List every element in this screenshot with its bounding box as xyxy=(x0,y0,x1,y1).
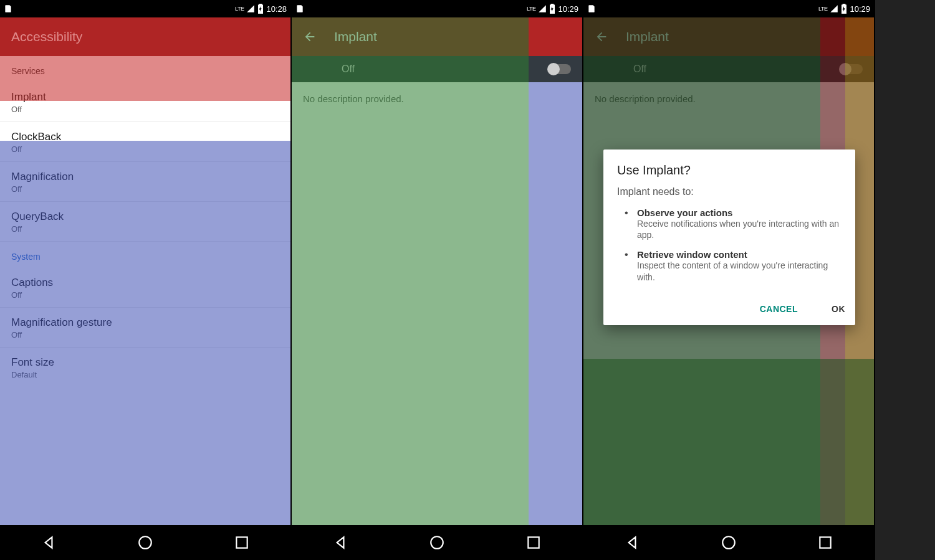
home-icon[interactable] xyxy=(721,534,737,551)
bullet-observe: Observe your actions Receive notificatio… xyxy=(628,207,842,240)
list-row-clockback[interactable]: ClockBack Off xyxy=(0,122,290,162)
app-bar-title: Implant xyxy=(334,29,377,44)
bullet-desc: Receive notifications when you're intera… xyxy=(637,218,842,240)
back-icon[interactable] xyxy=(332,534,348,551)
dialog-bullets: Observe your actions Receive notificatio… xyxy=(617,207,842,283)
svg-rect-1 xyxy=(237,537,247,548)
row-sub: Default xyxy=(11,370,279,379)
back-icon[interactable] xyxy=(41,534,57,551)
overlay-blue xyxy=(529,82,582,525)
battery-icon xyxy=(841,4,847,14)
clock: 10:29 xyxy=(850,4,870,14)
svg-point-2 xyxy=(431,536,443,549)
ok-button[interactable]: OK xyxy=(822,301,855,316)
row-title: Font size xyxy=(11,356,279,369)
dialog-actions: CANCEL OK xyxy=(603,294,855,325)
cancel-button[interactable]: CANCEL xyxy=(754,301,804,316)
recents-icon[interactable] xyxy=(234,534,250,551)
network-indicator: LTE xyxy=(818,6,827,12)
signal-icon xyxy=(538,4,547,13)
sd-card-icon xyxy=(295,4,304,13)
signal-icon xyxy=(246,4,255,13)
phone-screen-implant-detail: LTE 10:29 Implant Off No description pro… xyxy=(292,0,583,560)
sd-card-icon xyxy=(587,4,596,13)
network-indicator: LTE xyxy=(235,6,244,12)
switch-off[interactable] xyxy=(549,64,571,74)
app-bar: Accessibility xyxy=(0,17,290,56)
list-row-magnification-gesture[interactable]: Magnification gesture Off xyxy=(0,308,290,348)
row-sub: Off xyxy=(11,224,279,234)
row-title: ClockBack xyxy=(11,131,279,143)
battery-icon xyxy=(549,4,555,14)
row-sub: Off xyxy=(11,145,279,154)
status-bar: LTE 10:29 xyxy=(292,0,582,17)
clock: 10:28 xyxy=(266,4,287,14)
section-header-system: System xyxy=(0,242,290,268)
back-button[interactable] xyxy=(303,30,317,44)
list-row-font-size[interactable]: Font size Default xyxy=(0,348,290,387)
row-sub: Off xyxy=(11,290,279,300)
app-bar: Implant xyxy=(292,17,582,56)
service-toggle-row[interactable]: Off xyxy=(292,56,582,82)
row-sub: Off xyxy=(11,184,279,194)
list-row-queryback[interactable]: QueryBack Off xyxy=(0,202,290,242)
row-title: QueryBack xyxy=(11,211,279,223)
nav-bar xyxy=(583,525,874,560)
nav-bar xyxy=(0,525,290,560)
recents-icon[interactable] xyxy=(525,534,542,551)
status-bar: LTE 10:29 xyxy=(583,0,874,17)
bullet-desc: Inspect the content of a window you're i… xyxy=(637,260,842,282)
clock: 10:29 xyxy=(558,4,578,14)
battery-icon xyxy=(257,4,264,14)
app-bar-title: Accessibility xyxy=(11,29,82,44)
row-title: Magnification gesture xyxy=(11,316,279,329)
toggle-label: Off xyxy=(342,64,355,75)
network-indicator: LTE xyxy=(527,6,535,12)
sd-card-icon xyxy=(4,4,12,13)
svg-rect-3 xyxy=(529,537,539,548)
nav-bar xyxy=(292,525,582,560)
status-bar: LTE 10:28 xyxy=(0,0,290,17)
permission-dialog: Use Implant? Implant needs to: Observe y… xyxy=(603,149,855,325)
dialog-lead: Implant needs to: xyxy=(617,186,842,197)
list-row-magnification[interactable]: Magnification Off xyxy=(0,162,290,202)
phone-screen-accessibility: LTE 10:28 Accessibility Services Implant… xyxy=(0,0,292,560)
home-icon[interactable] xyxy=(429,534,445,551)
back-icon[interactable] xyxy=(624,534,640,551)
phone-screen-implant-dialog: LTE 10:29 Implant Off No description pro… xyxy=(583,0,875,560)
svg-rect-5 xyxy=(820,537,831,548)
row-sub: Off xyxy=(11,330,279,339)
bullet-title: Retrieve window content xyxy=(637,249,842,260)
svg-point-4 xyxy=(722,536,735,549)
list-row-implant[interactable]: Implant Off xyxy=(0,82,290,122)
section-header-services: Services xyxy=(0,56,290,82)
dialog-title: Use Implant? xyxy=(617,163,842,178)
svg-point-0 xyxy=(139,536,151,549)
bullet-retrieve: Retrieve window content Inspect the cont… xyxy=(628,249,842,282)
signal-icon xyxy=(830,4,838,13)
recents-icon[interactable] xyxy=(817,534,833,551)
row-sub: Off xyxy=(11,105,279,114)
row-title: Implant xyxy=(11,91,279,103)
row-title: Captions xyxy=(11,277,279,289)
home-icon[interactable] xyxy=(137,534,153,551)
bullet-title: Observe your actions xyxy=(637,207,842,218)
service-description: No description provided. xyxy=(292,82,582,115)
row-title: Magnification xyxy=(11,171,279,183)
list-row-captions[interactable]: Captions Off xyxy=(0,268,290,308)
